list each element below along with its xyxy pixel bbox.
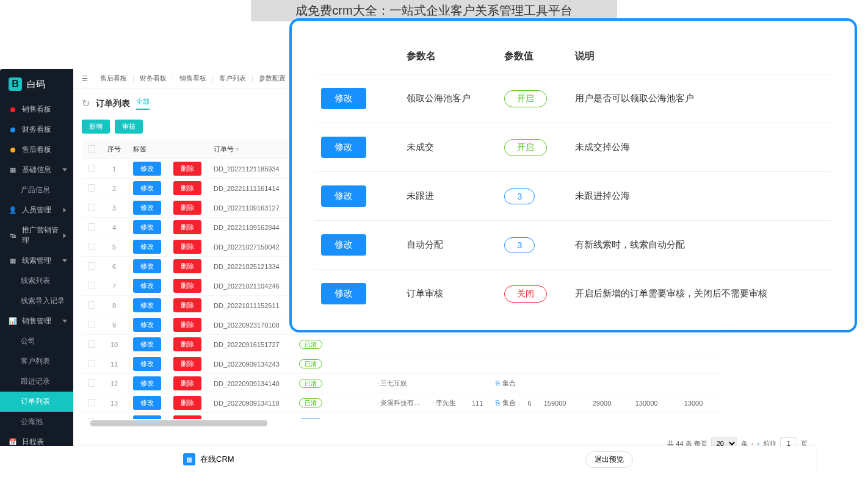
new-button[interactable]: 新增 xyxy=(82,120,110,134)
edit-button[interactable]: 修改 xyxy=(133,279,161,293)
sidebar-item[interactable]: 📊销售管理 xyxy=(0,311,73,331)
edit-button[interactable]: 修改 xyxy=(133,298,161,312)
edit-button[interactable]: 修改 xyxy=(133,220,161,234)
modal-edit-button[interactable]: 修改 xyxy=(321,88,366,109)
param-value: 3 xyxy=(504,237,535,253)
tab-item[interactable]: 参数配置 xyxy=(257,74,288,82)
edit-button[interactable]: 修改 xyxy=(133,396,161,410)
delete-button[interactable]: 删除 xyxy=(173,279,201,293)
row-checkbox[interactable] xyxy=(88,399,95,406)
select-all-checkbox[interactable] xyxy=(88,145,95,152)
delete-button[interactable]: 删除 xyxy=(173,415,201,419)
edit-button[interactable]: 修改 xyxy=(133,240,161,254)
col-order[interactable]: 订单号 ▾ xyxy=(208,140,293,159)
delete-button[interactable]: 删除 xyxy=(173,357,201,371)
sidebar-sub-item[interactable]: 跟进记录 xyxy=(0,371,73,392)
sidebar-item[interactable]: 售后看板 xyxy=(0,140,73,160)
v1-cell: 2544 xyxy=(538,413,587,420)
delete-button[interactable]: 删除 xyxy=(173,259,201,273)
modal-edit-button[interactable]: 修改 xyxy=(321,185,366,207)
row-index: 2 xyxy=(101,179,127,198)
delete-button[interactable]: 删除 xyxy=(173,396,201,410)
sidebar-sub-item[interactable]: 线索导入记录 xyxy=(0,291,73,311)
row-checkbox[interactable] xyxy=(88,282,95,289)
edit-button[interactable]: 修改 xyxy=(133,415,161,419)
row-checkbox[interactable] xyxy=(88,418,95,420)
company-cell xyxy=(371,354,427,374)
row-index: 5 xyxy=(101,237,127,257)
filter-all[interactable]: 全部 xyxy=(136,97,150,110)
row-checkbox[interactable] xyxy=(88,204,95,211)
row-checkbox[interactable] xyxy=(88,340,95,348)
agg-cell[interactable]: ⎘集合 xyxy=(490,413,522,420)
v4-cell: 13000 xyxy=(678,393,721,413)
delete-button[interactable]: 删除 xyxy=(173,162,201,176)
sidebar-item[interactable]: 🛍推广营销管理 xyxy=(0,220,73,251)
edit-button[interactable]: 修改 xyxy=(133,376,161,390)
sidebar-item[interactable]: 👤人员管理 xyxy=(0,200,73,220)
sidebar-item[interactable]: 财务看板 xyxy=(0,120,73,140)
modal-edit-button[interactable]: 修改 xyxy=(321,137,366,158)
delete-button[interactable]: 删除 xyxy=(173,298,201,312)
agg-cell[interactable] xyxy=(490,354,522,374)
tab-item[interactable]: 客户列表 xyxy=(217,74,248,82)
sidebar-item[interactable]: 销售看板 xyxy=(0,99,73,120)
tab-item[interactable]: 销售看板 xyxy=(178,74,208,82)
sidebar-sub-item[interactable]: 客户列表 xyxy=(0,351,73,371)
delete-button[interactable]: 删除 xyxy=(173,181,201,195)
edit-button[interactable]: 修改 xyxy=(133,162,161,176)
row-checkbox[interactable] xyxy=(88,301,95,309)
sidebar-sub-item[interactable]: 公海池 xyxy=(0,412,73,432)
param-name: 订单审核 xyxy=(400,270,498,318)
delete-button[interactable]: 删除 xyxy=(173,220,201,234)
order-no: DD_20221111161414 xyxy=(208,179,293,198)
agg-cell[interactable]: ⎘集合 xyxy=(490,374,522,393)
modal-edit-button[interactable]: 修改 xyxy=(321,283,366,304)
collapse-icon[interactable]: ☰ xyxy=(82,74,88,82)
modal-edit-button[interactable]: 修改 xyxy=(321,234,366,256)
row-checkbox[interactable] xyxy=(88,379,95,387)
row-checkbox[interactable] xyxy=(88,165,95,172)
sidebar-sub-item[interactable]: 产品信息 xyxy=(0,180,73,200)
sidebar-sub-item[interactable]: 线索列表 xyxy=(0,271,73,291)
exit-preview-button[interactable]: 退出预览 xyxy=(585,451,633,468)
delete-button[interactable]: 删除 xyxy=(173,201,201,215)
sidebar-sub-item[interactable]: 公司 xyxy=(0,331,73,351)
delete-button[interactable]: 删除 xyxy=(173,337,201,351)
edit-button[interactable]: 修改 xyxy=(133,337,161,351)
audit-button[interactable]: 审核 xyxy=(115,120,143,134)
edit-button[interactable]: 修改 xyxy=(133,259,161,273)
bottom-bar: ▦ 在线CRM 退出预览 xyxy=(0,446,816,473)
sidebar-sub-item[interactable]: 订单列表 xyxy=(0,392,73,412)
row-checkbox[interactable] xyxy=(88,223,95,231)
v2-cell xyxy=(587,335,629,354)
row-index: 8 xyxy=(101,296,127,315)
c-cell: 6 xyxy=(522,413,538,420)
contact-cell: ·李先生 xyxy=(427,393,466,413)
edit-button[interactable]: 修改 xyxy=(133,318,161,332)
delete-button[interactable]: 删除 xyxy=(173,376,201,390)
tab-item[interactable]: 财务看板 xyxy=(138,74,168,82)
tab-item[interactable]: 售后看板 xyxy=(100,74,129,82)
row-checkbox[interactable] xyxy=(88,360,95,367)
edit-button[interactable]: 修改 xyxy=(133,181,161,195)
delete-button[interactable]: 删除 xyxy=(173,240,201,254)
edit-button[interactable]: 修改 xyxy=(133,201,161,215)
sidebar-item[interactable]: ▦基础信息 xyxy=(0,160,73,180)
sidebar-item[interactable]: ▦线索管理 xyxy=(0,251,73,271)
row-checkbox[interactable] xyxy=(88,243,95,250)
row-checkbox[interactable] xyxy=(88,262,95,270)
refresh-icon[interactable]: ↻ xyxy=(82,98,90,109)
modal-row: 修改订单审核关闭开启后新增的订单需要审核，关闭后不需要审核 xyxy=(315,270,831,318)
order-no: DD_20220909134243 xyxy=(208,354,293,374)
chart-icon: 📊 xyxy=(9,317,17,326)
horizontal-scrollbar[interactable] xyxy=(90,420,267,426)
edit-button[interactable]: 修改 xyxy=(133,357,161,371)
agg-cell[interactable]: ⎘集合 xyxy=(490,393,522,413)
company-cell xyxy=(371,335,427,354)
row-checkbox[interactable] xyxy=(88,184,95,192)
agg-cell[interactable] xyxy=(490,335,522,354)
logo-text: 白码 xyxy=(27,79,45,90)
row-checkbox[interactable] xyxy=(88,321,95,328)
delete-button[interactable]: 删除 xyxy=(173,318,201,332)
